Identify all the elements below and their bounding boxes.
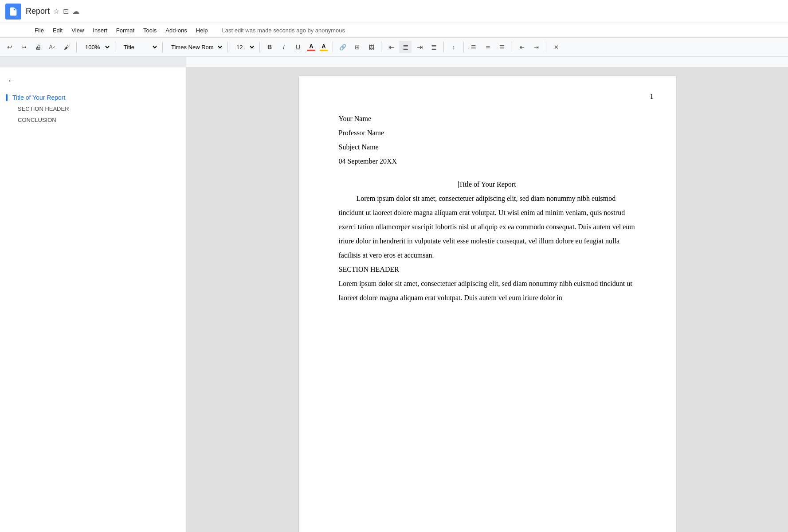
menu-file[interactable]: File xyxy=(31,26,47,35)
ruler-left-margin xyxy=(0,57,186,67)
document-page[interactable]: 1 Your Name Professor Name Subject Name … xyxy=(299,76,676,532)
align-left-button[interactable]: ⇤ xyxy=(385,41,397,53)
page-number: 1 xyxy=(650,90,654,104)
doc-header-fields: Your Name Professor Name Subject Name 04… xyxy=(339,112,636,168)
folder-icon[interactable]: ⊡ xyxy=(63,7,69,16)
toolbar: ↩ ↪ 🖨 A✓ 🖌 100% 75% 125% Title Normal te… xyxy=(0,37,788,57)
menu-view[interactable]: View xyxy=(68,26,87,35)
checklist-button[interactable]: ☰ xyxy=(496,41,508,53)
highlight-color-button[interactable]: A xyxy=(318,41,329,53)
back-button[interactable]: ← xyxy=(0,73,186,88)
date-field: 04 September 20XX xyxy=(339,154,636,168)
line-spacing-button[interactable]: ↕ xyxy=(447,41,460,53)
style-select[interactable]: Title Normal text Heading 1 Heading 2 xyxy=(119,41,159,53)
text-color-label: A xyxy=(309,43,313,50)
doc-title[interactable]: Report xyxy=(26,7,50,16)
toolbar-divider-3 xyxy=(162,42,163,52)
professor-name-field: Professor Name xyxy=(339,126,636,140)
title-bar: Report ☆ ⊡ ☁ xyxy=(0,0,788,23)
outline-conclusion-label: CONCLUSION xyxy=(18,117,56,123)
align-right-button[interactable]: ⇥ xyxy=(413,41,426,53)
indent-more-button[interactable]: ⇥ xyxy=(530,41,542,53)
your-name-field: Your Name xyxy=(339,112,636,126)
italic-button[interactable]: I xyxy=(278,41,290,53)
doc-title-text: Title of Your Report xyxy=(459,180,516,188)
doc-title-row: Report ☆ ⊡ ☁ xyxy=(26,7,79,16)
main-layout: ← Title of Your Report SECTION HEADER CO… xyxy=(0,67,788,532)
outline-item-conclusion[interactable]: CONCLUSION xyxy=(0,114,186,125)
image-button[interactable]: 🖼 xyxy=(365,41,377,53)
toolbar-divider-9 xyxy=(463,42,464,52)
numbered-list-button[interactable]: ≣ xyxy=(482,41,494,53)
toolbar-divider-6 xyxy=(333,42,333,52)
zoom-select[interactable]: 100% 75% 125% xyxy=(80,41,111,53)
highlight-color-label: A xyxy=(321,43,325,50)
align-justify-button[interactable]: ≣ xyxy=(427,41,440,53)
spell-check-button[interactable]: A✓ xyxy=(46,41,59,53)
menu-format[interactable]: Format xyxy=(113,26,138,35)
menu-bar: File Edit View Insert Format Tools Add-o… xyxy=(0,23,788,37)
ruler: 1 2 3 4 5 6 7 xyxy=(0,57,788,67)
insert-button[interactable]: ⊞ xyxy=(351,41,363,53)
menu-addons[interactable]: Add-ons xyxy=(162,26,190,35)
star-icon[interactable]: ☆ xyxy=(53,7,59,16)
menu-help[interactable]: Help xyxy=(192,26,212,35)
menu-edit[interactable]: Edit xyxy=(49,26,66,35)
subject-name-field: Subject Name xyxy=(339,140,636,154)
outline-section-label: SECTION HEADER xyxy=(18,106,69,112)
menu-tools[interactable]: Tools xyxy=(140,26,160,35)
bold-button[interactable]: B xyxy=(263,41,276,53)
underline-button[interactable]: U xyxy=(292,41,304,53)
outline-item-label: Title of Your Report xyxy=(12,94,65,101)
doc-section-body[interactable]: Lorem ipsum dolor sit amet, consectetuer… xyxy=(339,277,636,305)
toolbar-divider-10 xyxy=(512,42,512,52)
toolbar-divider-2 xyxy=(115,42,115,52)
indent-less-button[interactable]: ⇤ xyxy=(516,41,528,53)
print-button[interactable]: 🖨 xyxy=(32,41,44,53)
last-edit-status: Last edit was made seconds ago by anonym… xyxy=(222,27,345,34)
back-icon: ← xyxy=(7,75,16,86)
toolbar-divider-11 xyxy=(546,42,546,52)
toolbar-divider-4 xyxy=(227,42,228,52)
toolbar-divider-1 xyxy=(76,42,77,52)
clear-format-button[interactable]: ✕ xyxy=(550,41,562,53)
doc-report-title[interactable]: Title of Your Report xyxy=(339,177,636,192)
font-select[interactable]: Times New Roman Arial Courier New xyxy=(166,41,224,53)
document-outline: ← Title of Your Report SECTION HEADER CO… xyxy=(0,67,186,532)
redo-button[interactable]: ↪ xyxy=(18,41,30,53)
toolbar-divider-7 xyxy=(381,42,381,52)
toolbar-divider-5 xyxy=(259,42,260,52)
paint-format-button[interactable]: 🖌 xyxy=(60,41,73,53)
title-area: Report ☆ ⊡ ☁ xyxy=(26,7,79,16)
doc-section-header: SECTION HEADER xyxy=(339,262,636,277)
body-text-1: Lorem ipsum dolor sit amet, consectetuer… xyxy=(339,192,636,262)
cloud-icon[interactable]: ☁ xyxy=(72,7,79,16)
doc-body-paragraph[interactable]: Lorem ipsum dolor sit amet, consectetuer… xyxy=(339,192,636,262)
font-size-select[interactable]: 12 10 11 14 xyxy=(231,41,256,53)
text-color-bar xyxy=(307,50,315,51)
text-color-button[interactable]: A xyxy=(306,41,317,53)
doc-icon xyxy=(5,4,21,20)
highlight-color-bar xyxy=(320,50,328,51)
bullet-list-button[interactable]: ☰ xyxy=(467,41,480,53)
menu-insert[interactable]: Insert xyxy=(89,26,111,35)
document-area[interactable]: 1 Your Name Professor Name Subject Name … xyxy=(186,67,788,532)
link-button[interactable]: 🔗 xyxy=(337,41,349,53)
undo-button[interactable]: ↩ xyxy=(4,41,16,53)
outline-item-section[interactable]: SECTION HEADER xyxy=(0,103,186,114)
section-body-text: Lorem ipsum dolor sit amet, consectetuer… xyxy=(339,277,636,305)
align-center-button[interactable]: ≣ xyxy=(399,41,412,53)
outline-item-title[interactable]: Title of Your Report xyxy=(0,92,186,103)
toolbar-divider-8 xyxy=(443,42,444,52)
